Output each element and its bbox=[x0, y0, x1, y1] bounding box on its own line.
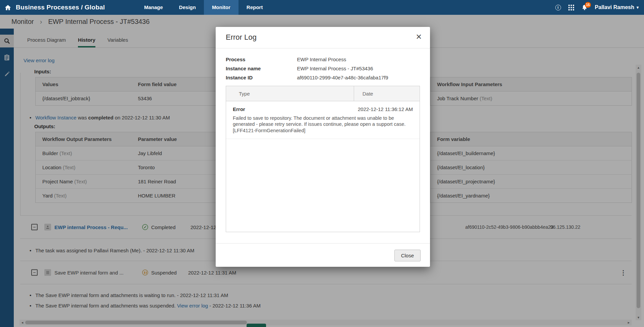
field-label: Instance name bbox=[226, 66, 297, 71]
user-menu[interactable]: Pallavi Ramesh ▾ bbox=[595, 4, 639, 10]
field-label: Process bbox=[226, 57, 297, 62]
info-icon[interactable]: i bbox=[555, 5, 561, 10]
field-instance-id: Instance ID af690110-2999-40e7-a48c-36ca… bbox=[226, 75, 420, 80]
error-log-modal: Error Log ✕ Process EWP Internal Process… bbox=[216, 27, 430, 267]
chevron-down-icon: ▾ bbox=[637, 5, 639, 10]
error-date: 2022-12-12 11:36:12 AM bbox=[358, 106, 413, 112]
error-table-body: Error 2022-12-12 11:36:12 AM Failed to s… bbox=[226, 101, 420, 139]
field-instance-name: Instance name EWP Internal Process - JT#… bbox=[226, 66, 420, 71]
error-table-header-date: Date bbox=[354, 86, 420, 101]
modal-info-fields: Process EWP Internal Process Instance na… bbox=[216, 48, 430, 80]
notification-count-badge: 15 bbox=[585, 2, 591, 8]
error-table-header: Type Date bbox=[226, 86, 420, 101]
field-label: Instance ID bbox=[226, 75, 297, 80]
error-entry-divider bbox=[226, 139, 420, 139]
app-root: Business Processes / Global Manage Desig… bbox=[0, 0, 644, 327]
user-name: Pallavi Ramesh bbox=[595, 4, 634, 10]
error-entry-row: Error 2022-12-12 11:36:12 AM bbox=[233, 106, 413, 112]
nav-tab-monitor[interactable]: Monitor bbox=[204, 0, 239, 15]
top-navbar: Business Processes / Global Manage Desig… bbox=[0, 0, 644, 15]
notifications-bell-icon[interactable]: 15 bbox=[582, 4, 588, 10]
close-button[interactable]: Close bbox=[394, 250, 421, 261]
field-process: Process EWP Internal Process bbox=[226, 57, 420, 62]
main-nav: Manage Design Monitor Report bbox=[136, 0, 271, 15]
field-value: EWP Internal Process - JT#53436 bbox=[297, 66, 373, 71]
app-grid-icon[interactable] bbox=[568, 5, 574, 10]
modal-title: Error Log bbox=[226, 33, 257, 42]
error-type: Error bbox=[233, 106, 245, 112]
field-value: EWP Internal Process bbox=[297, 57, 346, 62]
app-title: Business Processes / Global bbox=[16, 4, 105, 11]
field-value: af690110-2999-40e7-a48c-36cafaba17f9 bbox=[297, 75, 388, 80]
nav-tab-manage[interactable]: Manage bbox=[136, 0, 171, 15]
close-icon[interactable]: ✕ bbox=[416, 33, 422, 41]
home-icon[interactable] bbox=[5, 5, 11, 10]
error-list-table: Type Date Error 2022-12-12 11:36:12 AM F… bbox=[226, 86, 420, 232]
nav-tab-design[interactable]: Design bbox=[171, 0, 204, 15]
nav-tab-report[interactable]: Report bbox=[239, 0, 271, 15]
error-table-header-type: Type bbox=[226, 86, 354, 101]
modal-header: Error Log ✕ bbox=[216, 27, 430, 48]
modal-footer: Close bbox=[216, 243, 430, 267]
error-message: Failed to save to repository. The docume… bbox=[233, 115, 414, 134]
